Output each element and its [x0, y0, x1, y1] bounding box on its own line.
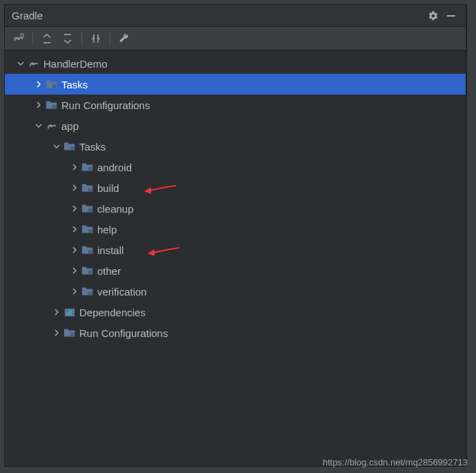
chevron-right-icon — [32, 99, 45, 111]
tree-label: HandlerDemo — [43, 58, 108, 70]
svg-point-5 — [54, 106, 55, 108]
dependencies-icon — [63, 306, 77, 318]
chevron-right-icon — [68, 161, 81, 173]
gear-icon — [428, 10, 439, 21]
chevron-right-icon — [68, 285, 81, 298]
toggle-offline-button[interactable] — [86, 29, 106, 48]
tree-app-run-configs[interactable]: Run Configurations — [5, 322, 466, 343]
reload-projects-button[interactable] — [9, 29, 28, 48]
tree-app-dependencies[interactable]: Dependencies — [5, 302, 466, 322]
tree-label: help — [97, 224, 117, 235]
tree-task-cleanup[interactable]: cleanup — [5, 198, 466, 219]
panel-title: Gradle — [12, 10, 423, 21]
tree-app-tasks[interactable]: Tasks — [5, 136, 466, 157]
chevron-right-icon — [32, 78, 45, 90]
tree-label: Tasks — [61, 79, 88, 90]
tree-label: other — [97, 265, 121, 277]
panel-titlebar: Gradle — [5, 5, 466, 27]
tree-label: install — [97, 244, 123, 256]
ide-right-strip[interactable] — [466, 4, 476, 467]
tree-label: build — [97, 182, 119, 194]
svg-point-21 — [90, 293, 91, 294]
tree-task-other[interactable]: other — [5, 260, 466, 281]
settings-button[interactable] — [426, 8, 441, 23]
svg-rect-23 — [66, 313, 68, 316]
folder-gear-icon — [81, 244, 95, 256]
tree-task-help[interactable]: help — [5, 219, 466, 240]
toolbar-separator — [110, 32, 110, 46]
annotation-arrow-icon — [143, 183, 177, 197]
chevron-right-icon — [68, 264, 81, 277]
gradle-project-icon — [27, 57, 41, 70]
minimize-icon — [446, 11, 456, 21]
tree-run-configs-root[interactable]: Run Configurations — [5, 95, 466, 115]
tree-label: Run Configurations — [79, 327, 168, 339]
tree-label: verification — [97, 286, 147, 298]
folder-gear-icon — [81, 202, 95, 215]
toolbar-separator — [81, 32, 82, 46]
svg-point-15 — [90, 231, 91, 232]
chevron-right-icon — [68, 223, 81, 235]
gradle-settings-button[interactable] — [115, 29, 134, 48]
folder-gear-icon — [81, 182, 95, 194]
gradle-toolbar — [5, 27, 466, 50]
tree-label: android — [97, 162, 132, 173]
folder-gear-icon — [45, 99, 59, 111]
svg-rect-24 — [68, 311, 70, 316]
folder-gear-icon — [45, 78, 59, 90]
expand-all-button[interactable] — [37, 29, 57, 48]
gradle-tree[interactable]: HandlerDemo Tasks Run Configurations — [5, 50, 466, 466]
gradle-project-icon — [45, 119, 59, 132]
tree-tasks-root[interactable]: Tasks — [5, 74, 466, 95]
folder-gear-icon — [81, 161, 95, 173]
chevron-right-icon — [68, 202, 81, 215]
gradle-panel: Gradle — [4, 4, 466, 467]
tree-label: app — [61, 120, 79, 132]
svg-point-11 — [90, 189, 91, 191]
svg-point-7 — [72, 148, 73, 149]
svg-rect-0 — [447, 15, 455, 17]
chevron-down-icon — [32, 119, 45, 132]
folder-gear-icon — [81, 285, 95, 298]
chevron-right-icon — [50, 306, 63, 318]
tree-task-verification[interactable]: verification — [5, 281, 466, 302]
chevron-right-icon — [68, 244, 81, 256]
tree-task-build[interactable]: build — [5, 177, 466, 198]
chevron-right-icon — [50, 327, 63, 339]
tree-root-project[interactable]: HandlerDemo — [5, 53, 466, 74]
expand-icon — [41, 33, 52, 44]
annotation-arrow-icon — [146, 245, 181, 259]
tree-module-app[interactable]: app — [5, 115, 466, 136]
folder-gear-icon — [81, 223, 95, 235]
folder-gear-icon — [63, 140, 77, 153]
svg-point-19 — [90, 272, 91, 273]
watermark-text: https://blog.csdn.net/mq2856992713 — [323, 457, 468, 467]
svg-point-17 — [90, 251, 91, 253]
svg-point-9 — [90, 168, 91, 170]
svg-rect-25 — [70, 310, 72, 316]
folder-gear-icon — [81, 264, 95, 277]
elephant-reload-icon — [12, 32, 26, 46]
chevron-down-icon — [50, 140, 63, 153]
chevron-right-icon — [68, 182, 81, 194]
minimize-button[interactable] — [444, 8, 459, 23]
collapse-icon — [62, 33, 73, 44]
tree-task-install[interactable]: install — [5, 240, 466, 260]
tree-label: Dependencies — [79, 307, 146, 318]
collapse-all-button[interactable] — [58, 29, 77, 48]
tree-task-android[interactable]: android — [5, 157, 466, 177]
chevron-down-icon — [14, 57, 27, 70]
tree-label: Run Configurations — [61, 99, 150, 111]
wrench-icon — [119, 33, 130, 44]
toolbar-separator — [32, 32, 33, 46]
svg-point-3 — [54, 86, 55, 87]
tree-label: cleanup — [97, 203, 134, 215]
svg-point-13 — [90, 210, 91, 211]
offline-icon — [90, 33, 101, 44]
svg-point-27 — [72, 334, 73, 336]
folder-gear-icon — [63, 327, 77, 339]
tree-label: Tasks — [79, 141, 106, 153]
